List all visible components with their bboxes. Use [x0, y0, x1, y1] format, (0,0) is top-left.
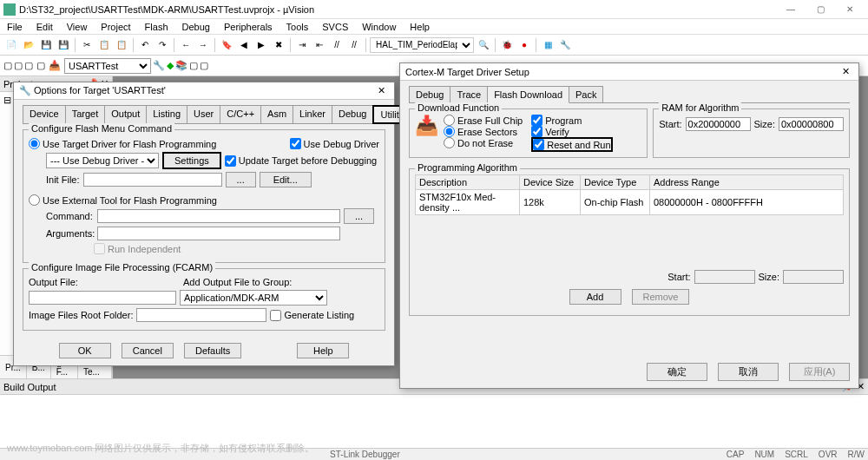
use-external-radio[interactable]: Use External Tool for Flash Programming — [29, 194, 217, 206]
do-not-erase-radio[interactable]: Do not Erase — [444, 137, 523, 148]
tab-output[interactable]: Output — [104, 105, 147, 123]
cancel-button[interactable]: 取消 — [718, 363, 779, 381]
tab-pack[interactable]: Pack — [569, 86, 603, 102]
target-options-icon[interactable]: 🔧 — [153, 60, 165, 71]
options-dialog-title[interactable]: 🔧 Options for Target 'USARTTest' ✕ — [14, 82, 394, 100]
erase-full-radio[interactable]: Erase Full Chip — [444, 115, 523, 126]
menu-flash[interactable]: Flash — [141, 22, 172, 32]
tab-target[interactable]: Target — [65, 105, 106, 123]
col-description[interactable]: Description — [416, 175, 520, 190]
window-icon[interactable]: ▦ — [540, 37, 556, 53]
menu-edit[interactable]: Edit — [33, 22, 56, 32]
tab-asm[interactable]: Asm — [260, 105, 293, 123]
ok-button[interactable]: OK — [59, 343, 111, 358]
save-icon[interactable]: 💾 — [38, 37, 54, 53]
undo-icon[interactable]: ↶ — [137, 37, 153, 53]
indent-icon[interactable]: ⇥ — [294, 37, 310, 53]
open-file-icon[interactable]: 📂 — [21, 37, 36, 53]
reset-and-run-checkbox[interactable]: Reset and Run — [531, 137, 612, 152]
erase-sectors-radio[interactable]: Erase Sectors — [444, 126, 523, 137]
paste-icon[interactable]: 📋 — [114, 37, 129, 53]
nav-fwd-icon[interactable]: → — [195, 37, 211, 53]
tab-linker[interactable]: Linker — [293, 105, 332, 123]
copy-icon[interactable]: 📋 — [96, 37, 112, 53]
menu-tools[interactable]: Tools — [283, 22, 312, 32]
use-target-driver-radio[interactable]: Use Target Driver for Flash Programming — [29, 138, 216, 149]
close-button[interactable]: ✕ — [835, 0, 865, 19]
find-icon[interactable]: 🔍 — [476, 37, 491, 53]
ram-start-input[interactable] — [686, 117, 751, 131]
add-button[interactable]: Add — [569, 289, 621, 305]
update-target-checkbox[interactable]: Update Target before Debugging — [225, 155, 377, 167]
outdent-icon[interactable]: ⇤ — [312, 37, 327, 53]
tab-debug[interactable]: Debug — [332, 105, 373, 123]
defaults-button[interactable]: Defaults — [184, 343, 241, 358]
maximize-button[interactable]: ▢ — [806, 0, 835, 19]
bookmark-prev-icon[interactable]: ◀ — [236, 37, 252, 53]
tab-user[interactable]: User — [187, 105, 220, 123]
driver-dialog-title[interactable]: Cortex-M Target Driver Setup ✕ — [400, 63, 858, 81]
col-device-type[interactable]: Device Type — [581, 175, 650, 190]
new-file-icon[interactable]: 📄 — [3, 37, 19, 53]
settings-button[interactable]: Settings — [162, 152, 221, 169]
batch-build-icon[interactable]: ▢ — [36, 60, 45, 71]
cut-icon[interactable]: ✂ — [79, 37, 95, 53]
find-symbol-combo[interactable]: HAL_TIM_PeriodElapsedCall — [370, 37, 474, 53]
cancel-button[interactable]: Cancel — [122, 343, 174, 358]
close-icon[interactable]: ✕ — [374, 85, 389, 96]
save-all-icon[interactable]: 💾 — [56, 37, 71, 53]
debug-icon[interactable]: 🐞 — [499, 37, 515, 53]
bookmark-next-icon[interactable]: ▶ — [253, 37, 269, 53]
generate-listing-checkbox[interactable]: Generate Listing — [270, 310, 354, 321]
menu-peripherals[interactable]: Peripherals — [220, 22, 276, 32]
translate-icon[interactable]: ▢ — [3, 60, 12, 71]
edit-button[interactable]: Edit... — [260, 172, 312, 187]
books-icon[interactable]: 📚 — [175, 60, 187, 71]
pack-icon[interactable]: ▢ — [189, 60, 198, 71]
program-checkbox[interactable]: Program — [531, 115, 612, 126]
help-button[interactable]: Help — [297, 343, 349, 358]
nav-back-icon[interactable]: ← — [178, 37, 194, 53]
tab-trace[interactable]: Trace — [450, 86, 488, 102]
init-file-input[interactable] — [83, 173, 222, 187]
bookmark-icon[interactable]: 🔖 — [219, 37, 234, 53]
tab-flash-download[interactable]: Flash Download — [487, 86, 569, 103]
menu-help[interactable]: Help — [406, 22, 433, 32]
breakpoint-icon[interactable]: ● — [516, 37, 532, 53]
output-file-input[interactable] — [29, 291, 176, 305]
tab-cpp[interactable]: C/C++ — [220, 105, 261, 123]
col-device-size[interactable]: Device Size — [520, 175, 581, 190]
image-root-input[interactable] — [136, 308, 266, 322]
rebuild-icon[interactable]: ▢ — [24, 60, 33, 71]
ram-size-input[interactable] — [779, 117, 844, 131]
menu-svcs[interactable]: SVCS — [319, 22, 352, 32]
use-debug-driver-checkbox[interactable]: Use Debug Driver — [290, 138, 379, 149]
manage-icon[interactable]: ▢ — [200, 60, 208, 71]
menu-file[interactable]: File — [3, 22, 26, 32]
redo-icon[interactable]: ↷ — [155, 37, 170, 53]
minimize-button[interactable]: — — [776, 0, 806, 19]
tab-listing[interactable]: Listing — [146, 105, 187, 123]
comment-icon[interactable]: // — [329, 37, 345, 53]
driver-combo[interactable]: --- Use Debug Driver --- — [46, 153, 159, 168]
arguments-input[interactable] — [97, 227, 340, 240]
group-combo[interactable]: Application/MDK-ARM — [180, 290, 327, 306]
menu-project[interactable]: Project — [97, 22, 134, 32]
menu-window[interactable]: Window — [358, 22, 399, 32]
menu-view[interactable]: View — [63, 22, 91, 32]
browse-button[interactable]: ... — [344, 208, 374, 224]
ok-button[interactable]: 确定 — [647, 363, 707, 381]
build-output-text[interactable] — [0, 395, 868, 438]
manage-rte-icon[interactable]: ◆ — [167, 60, 174, 71]
uncomment-icon[interactable]: // — [346, 37, 362, 53]
col-address-range[interactable]: Address Range — [650, 175, 844, 190]
algorithm-table[interactable]: Description Device Size Device Type Addr… — [415, 174, 844, 215]
target-combo[interactable]: USARTTest — [64, 58, 151, 74]
browse-button[interactable]: ... — [226, 172, 256, 187]
tab-device[interactable]: Device — [23, 105, 66, 123]
build-icon[interactable]: ▢ — [14, 60, 23, 71]
tab-debug[interactable]: Debug — [409, 86, 450, 102]
bookmark-clear-icon[interactable]: ✖ — [271, 37, 286, 53]
load-icon[interactable]: 📥 — [49, 60, 61, 71]
table-row[interactable]: STM32F10x Med-density ... 128k On-chip F… — [416, 190, 844, 215]
